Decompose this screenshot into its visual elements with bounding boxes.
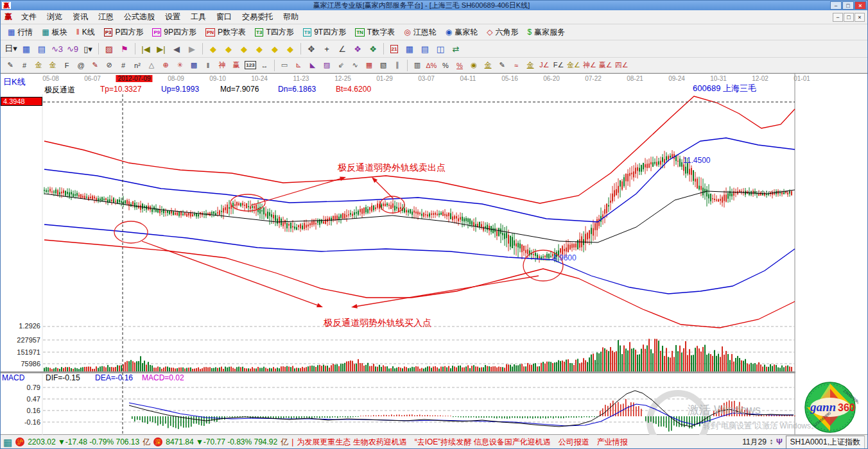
flag-icon[interactable]: ⚑ <box>117 42 132 56</box>
half-angle-icon[interactable]: △ <box>144 59 159 72</box>
mini-chart-3-icon[interactable]: ∿3 <box>49 42 65 56</box>
menu-item-3[interactable]: 资讯 <box>67 10 93 24</box>
next-bar-icon[interactable]: ▶ <box>184 42 200 56</box>
angle-f-icon[interactable]: F∠ <box>551 59 566 72</box>
maximize-button[interactable]: □ <box>842 1 854 10</box>
candle-style-icon[interactable]: ▯▾ <box>80 42 96 56</box>
angle-gold-icon[interactable]: 金∠ <box>566 59 582 72</box>
column-chart-icon[interactable]: ▥ <box>410 59 424 72</box>
prev-bar-icon[interactable]: ◀ <box>169 42 184 56</box>
menu-item-10[interactable]: 帮助 <box>278 10 304 24</box>
t-table-button[interactable]: TNT数字表 <box>351 26 399 39</box>
measure-pencil-icon[interactable]: ✎ <box>495 59 509 72</box>
notepad-icon[interactable]: ▤ <box>417 42 433 56</box>
diamond-expand-h-icon[interactable]: ◆ <box>236 42 252 56</box>
pencil-icon[interactable]: ✎ <box>3 59 17 72</box>
formula-box-icon[interactable]: ▨ <box>101 42 117 56</box>
diamond-compress-h-icon[interactable]: ◆ <box>252 42 267 56</box>
winner-service-button[interactable]: $赢家服务 <box>523 26 569 39</box>
news-ticker[interactable]: 为发展更重生态 生物农药迎机遇 “去IOE”持续发酵 信息设备国产化迎机遇 公司… <box>297 437 739 448</box>
fan-lines-icon[interactable]: ⊾ <box>291 59 306 72</box>
last-bar-icon[interactable]: ▶| <box>153 42 169 56</box>
starburst-icon[interactable]: ✳ <box>173 59 187 72</box>
first-bar-icon[interactable]: |◀ <box>138 42 153 56</box>
p-square-button[interactable]: P3P四方形 <box>100 26 148 39</box>
spinner-down-icon[interactable]: ▼ <box>770 442 773 445</box>
9p-square-button[interactable]: P99P四方形 <box>148 26 200 39</box>
percent-line-icon[interactable]: % <box>453 59 467 72</box>
kline-pair-icon[interactable]: ‖ <box>201 59 215 72</box>
hexagon-button[interactable]: ◇六角形 <box>482 26 523 39</box>
shen-icon[interactable]: 神 <box>215 59 229 72</box>
period-selector[interactable]: 日▾ <box>3 42 19 56</box>
menu-item-7[interactable]: 工具 <box>186 10 211 24</box>
hatch-ruler-icon[interactable]: # <box>17 59 31 72</box>
quote-button[interactable]: ▦行情 <box>3 26 37 39</box>
angle-si-icon[interactable]: 四∠ <box>614 59 630 72</box>
angle-measure-icon[interactable]: ∠ <box>334 42 350 56</box>
gold-section2-icon[interactable]: 金 <box>46 59 60 72</box>
grid-red-icon[interactable]: ▦ <box>362 59 376 72</box>
menu-item-4[interactable]: 江恩 <box>93 10 119 24</box>
parallel-icon[interactable]: ∥ <box>390 59 404 72</box>
angle-j-icon[interactable]: J∠ <box>537 59 551 72</box>
calendar-icon[interactable]: 21 <box>386 42 402 56</box>
child-close-button[interactable]: × <box>855 13 865 22</box>
diamond-next-icon[interactable]: ◆ <box>221 42 236 56</box>
gold-section-icon[interactable]: 金 <box>31 59 46 72</box>
angle-shen-icon[interactable]: 神∠ <box>582 59 598 72</box>
diamond-expand-all-icon[interactable]: ◆ <box>282 42 298 56</box>
network-icon[interactable]: ⇄ <box>448 42 464 56</box>
wave-icon[interactable]: ∿ <box>348 59 362 72</box>
hand-tool-icon[interactable]: ✥ <box>304 42 319 56</box>
circle-slash-icon[interactable]: ⊘ <box>102 59 116 72</box>
p-table-button[interactable]: PNP数字表 <box>201 26 250 39</box>
calculator-icon[interactable]: ▦ <box>402 42 417 56</box>
wave-red-icon[interactable]: ≈ <box>509 59 523 72</box>
box-select-icon[interactable]: ▭ <box>277 59 291 72</box>
angle-ying-icon[interactable]: 赢∠ <box>598 59 614 72</box>
grid-arrow-icon[interactable]: ▧ <box>376 59 390 72</box>
target-red-icon[interactable]: ⊕ <box>159 59 173 72</box>
gann-purple-icon[interactable]: ❖ <box>350 42 365 56</box>
hatch2-icon[interactable]: # <box>116 59 130 72</box>
diamond-prev-icon[interactable]: ◆ <box>205 42 221 56</box>
fan-grid-icon[interactable]: ◣ <box>306 59 320 72</box>
menu-item-6[interactable]: 设置 <box>160 10 186 24</box>
diamond-expand-v-icon[interactable]: ◆ <box>267 42 282 56</box>
info-list-icon[interactable]: ▤ <box>34 42 49 56</box>
pencil-red-icon[interactable]: ✎ <box>88 59 102 72</box>
date-spinner[interactable]: ▲▼ <box>770 439 773 445</box>
web-icon[interactable]: ▨ <box>320 59 334 72</box>
child-minimize-button[interactable]: − <box>833 13 843 22</box>
tri-percent-icon[interactable]: ∆% <box>424 59 438 72</box>
current-index-label[interactable]: SH1A0001,上证指数 <box>786 436 865 449</box>
t-square-button[interactable]: T3T四方形 <box>250 26 299 39</box>
menu-item-2[interactable]: 浏览 <box>42 10 67 24</box>
gann-wheel-button[interactable]: ◎江恩轮 <box>399 26 440 39</box>
menu-item-8[interactable]: 窗口 <box>211 10 237 24</box>
fib-icon[interactable]: F <box>60 59 74 72</box>
winner-wheel-button[interactable]: ◉赢家轮 <box>441 26 482 39</box>
close-button[interactable]: × <box>855 1 866 10</box>
ruler-123-icon[interactable]: 123 <box>243 59 257 72</box>
menu-item-9[interactable]: 交易委托 <box>237 10 278 24</box>
gold-line-icon[interactable]: 金 <box>481 59 495 72</box>
save-icon[interactable]: ◫ <box>433 42 448 56</box>
n-square-icon[interactable]: n² <box>130 59 144 72</box>
percent-icon[interactable]: % <box>438 59 453 72</box>
kline-button[interactable]: ‖K线 <box>72 26 100 39</box>
quote-grid-icon[interactable]: ▦ <box>3 437 12 447</box>
spiral-icon[interactable]: @ <box>74 59 88 72</box>
menu-item-5[interactable]: 公式选股 <box>119 10 160 24</box>
tile-window-icon[interactable]: ▦ <box>19 42 34 56</box>
gann-green-icon[interactable]: ❖ <box>365 42 381 56</box>
crosshair-tool-icon[interactable]: + <box>319 42 334 56</box>
mini-chart-9-icon[interactable]: ∿9 <box>65 42 80 56</box>
arrow-dl-icon[interactable]: ⇙ <box>334 59 348 72</box>
width-arrow-icon[interactable]: ↔ <box>257 59 272 72</box>
child-restore-button[interactable]: □ <box>844 13 854 22</box>
minimize-button[interactable]: − <box>830 1 842 10</box>
ying-icon[interactable]: 赢 <box>229 59 243 72</box>
sectors-button[interactable]: ▦板块 <box>37 26 71 39</box>
